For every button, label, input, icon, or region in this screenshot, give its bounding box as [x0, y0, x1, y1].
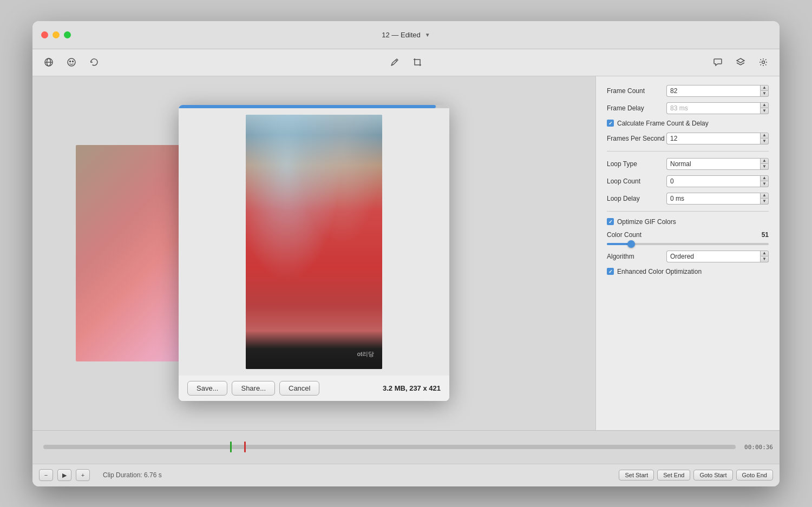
- frame-delay-label: Frame Delay: [607, 104, 666, 112]
- cancel-button[interactable]: Cancel: [279, 381, 319, 396]
- loop-delay-stepper: ▲ ▼: [760, 193, 769, 205]
- timeline-track[interactable]: [43, 445, 736, 449]
- globe-icon-button[interactable]: [39, 54, 58, 70]
- fps-down[interactable]: ▼: [760, 139, 769, 144]
- toolbar-center: [385, 54, 427, 70]
- loop-delay-input[interactable]: [666, 193, 761, 205]
- frame-delay-input[interactable]: [666, 102, 761, 114]
- comment-icon-button[interactable]: [708, 54, 728, 70]
- edit-icon-button[interactable]: [385, 54, 404, 70]
- color-count-value: 51: [762, 231, 769, 239]
- crop-icon-button[interactable]: [408, 54, 427, 70]
- frame-count-down[interactable]: ▼: [760, 91, 769, 97]
- face-icon-button[interactable]: [62, 54, 81, 70]
- algorithm-row: Algorithm Ordered Floyd-Steinberg None ▲…: [607, 251, 769, 262]
- algorithm-label: Algorithm: [607, 253, 666, 260]
- frame-count-row: Frame Count ▲ ▼: [607, 85, 769, 97]
- calculate-label: Calculate Frame Count & Delay: [617, 120, 709, 127]
- svg-point-4: [70, 61, 71, 62]
- fps-input[interactable]: [666, 133, 761, 144]
- gif-preview-image: [246, 115, 382, 369]
- loop-count-label: Loop Count: [607, 177, 666, 185]
- frame-count-input[interactable]: [666, 85, 761, 97]
- toolbar: [32, 49, 780, 76]
- loop-delay-up[interactable]: ▲: [760, 193, 769, 199]
- frame-delay-stepper: ▲ ▼: [760, 102, 769, 114]
- traffic-lights: [41, 31, 71, 38]
- loop-count-stepper: ▲ ▼: [760, 175, 769, 187]
- toolbar-right: [708, 54, 773, 70]
- goto-end-button[interactable]: Goto End: [736, 470, 773, 480]
- algorithm-up[interactable]: ▲: [760, 251, 769, 256]
- frame-count-label: Frame Count: [607, 87, 666, 95]
- loop-count-down[interactable]: ▼: [760, 181, 769, 187]
- goto-start-button[interactable]: Goto Start: [693, 470, 732, 480]
- timeline-start-marker: [230, 442, 232, 452]
- frame-count-up[interactable]: ▲: [760, 85, 769, 91]
- loop-count-row: Loop Count ▲ ▼: [607, 175, 769, 187]
- color-slider-track[interactable]: [607, 243, 769, 245]
- frame-delay-input-group: ▲ ▼: [666, 102, 769, 114]
- optimize-label: Optimize GIF Colors: [617, 218, 676, 226]
- optimize-checkbox[interactable]: ✓: [607, 218, 614, 225]
- share-button[interactable]: Share...: [232, 381, 275, 396]
- main-window: 12 — Edited ▼: [32, 21, 780, 486]
- divider-1: [607, 151, 769, 152]
- enhanced-checkbox-row: ✓ Enhanced Color Optimization: [607, 268, 769, 275]
- loop-count-up[interactable]: ▲: [760, 175, 769, 181]
- loop-type-label: Loop Type: [607, 160, 666, 168]
- loop-type-select[interactable]: Normal Reverse Ping-Pong: [666, 158, 761, 170]
- enhanced-color-label: Enhanced Color Optimization: [617, 268, 702, 275]
- svg-point-8: [762, 61, 765, 64]
- loop-delay-down[interactable]: ▼: [760, 199, 769, 205]
- divider-2: [607, 211, 769, 212]
- algorithm-select-group: Ordered Floyd-Steinberg None ▲ ▼: [666, 251, 769, 262]
- settings-icon-button[interactable]: [754, 54, 773, 70]
- loop-count-input[interactable]: [666, 175, 761, 187]
- clip-duration: Clip Duration: 6.76 s: [103, 471, 162, 479]
- calculate-checkbox[interactable]: ✓: [607, 120, 614, 127]
- clip-buttons: Set Start Set End Goto Start Goto End: [619, 470, 773, 480]
- decrease-button[interactable]: −: [39, 469, 53, 481]
- refresh-icon-button[interactable]: [84, 54, 104, 70]
- layers-icon-button[interactable]: [731, 54, 750, 70]
- algorithm-select[interactable]: Ordered Floyd-Steinberg None: [666, 251, 761, 262]
- svg-line-6: [396, 60, 397, 61]
- main-area: Save... Share... Cancel 3.2 MB, 237 x 42…: [32, 76, 780, 430]
- frame-delay-down[interactable]: ▼: [760, 108, 769, 114]
- fps-stepper: ▲ ▼: [760, 133, 769, 144]
- controls-bar: − ▶ + Clip Duration: 6.76 s Set Start Se…: [32, 464, 780, 486]
- frame-delay-up[interactable]: ▲: [760, 102, 769, 108]
- algorithm-down[interactable]: ▼: [760, 256, 769, 262]
- minimize-button[interactable]: [53, 31, 60, 38]
- enhanced-checkbox[interactable]: ✓: [607, 268, 614, 275]
- play-button[interactable]: ▶: [57, 469, 71, 481]
- timeline-time: 00:00:36: [744, 444, 773, 451]
- color-slider-thumb[interactable]: [627, 240, 635, 248]
- loop-type-down[interactable]: ▼: [760, 164, 769, 170]
- color-count-label: Color Count: [607, 231, 762, 239]
- optimize-checkbox-row: ✓ Optimize GIF Colors: [607, 218, 769, 226]
- export-modal-overlay: Save... Share... Cancel 3.2 MB, 237 x 42…: [32, 76, 595, 430]
- window-title: 12 — Edited ▼: [382, 31, 430, 39]
- export-modal: Save... Share... Cancel 3.2 MB, 237 x 42…: [179, 105, 449, 401]
- fps-input-group: ▲ ▼: [666, 133, 769, 144]
- svg-point-3: [68, 58, 75, 66]
- loop-type-up[interactable]: ▲: [760, 158, 769, 164]
- loop-type-select-group: Normal Reverse Ping-Pong ▲ ▼: [666, 158, 769, 170]
- loop-delay-input-group: ▲ ▼: [666, 193, 769, 205]
- svg-marker-7: [737, 58, 744, 63]
- loop-delay-label: Loop Delay: [607, 195, 666, 202]
- maximize-button[interactable]: [64, 31, 71, 38]
- fps-up[interactable]: ▲: [760, 133, 769, 139]
- close-button[interactable]: [41, 31, 48, 38]
- toolbar-left: [39, 54, 104, 70]
- right-panel: Frame Count ▲ ▼ Frame Delay ▲ ▼: [595, 76, 780, 430]
- set-start-button[interactable]: Set Start: [619, 470, 654, 480]
- frame-count-input-group: ▲ ▼: [666, 85, 769, 97]
- save-button[interactable]: Save...: [187, 381, 227, 396]
- file-info: 3.2 MB, 237 x 421: [383, 384, 441, 392]
- increase-button[interactable]: +: [76, 469, 90, 481]
- set-end-button[interactable]: Set End: [657, 470, 690, 480]
- color-slider-container: [607, 243, 769, 245]
